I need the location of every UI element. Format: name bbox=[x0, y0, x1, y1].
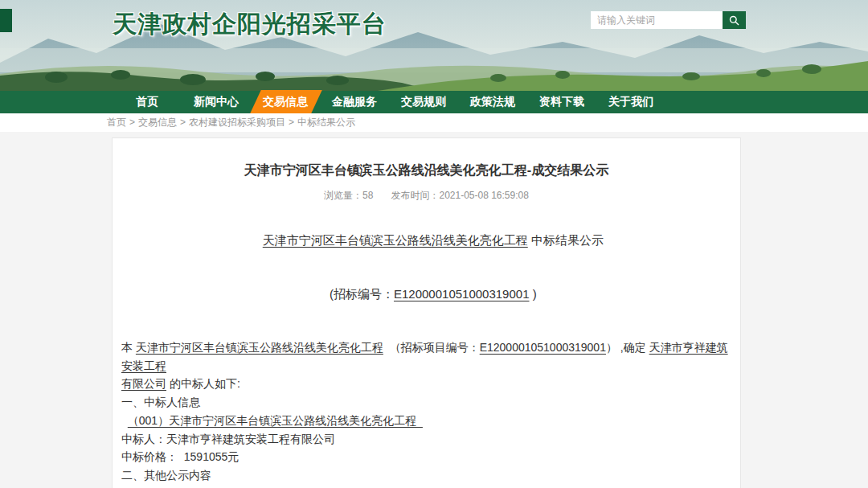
breadcrumb-separator: > bbox=[177, 117, 189, 128]
subtitle-project-name: 天津市宁河区丰台镇滨玉公路线沿线美化亮化工程 bbox=[263, 233, 528, 247]
breadcrumb: 首页>交易信息>农村建设招标采购项目>中标结果公示 bbox=[0, 116, 355, 129]
nav-item-label: 政策法规 bbox=[470, 95, 515, 109]
nav-item-downloads[interactable]: 资料下载 bbox=[527, 91, 596, 113]
breadcrumb-separator: > bbox=[126, 117, 138, 128]
subtitle-rest: 中标结果公示 bbox=[528, 233, 604, 247]
body-line: 二、其他公示内容 bbox=[121, 466, 731, 485]
nav-item-home[interactable]: 首页 bbox=[113, 91, 182, 113]
article-title: 天津市宁河区丰台镇滨玉公路线沿线美化亮化工程-成交结果公示 bbox=[121, 162, 731, 179]
nav-item-label: 新闻中心 bbox=[194, 95, 239, 109]
publish-label: 发布时间： bbox=[391, 190, 439, 201]
nav-item-trade-info[interactable]: 交易信息 bbox=[251, 91, 320, 113]
nav-item-about[interactable]: 关于我们 bbox=[596, 91, 665, 113]
article-card: 天津市宁河区丰台镇滨玉公路线沿线美化亮化工程-成交结果公示 浏览量：58发布时间… bbox=[112, 137, 741, 488]
body-line: 一、中标人信息 bbox=[121, 393, 731, 412]
nav-item-label: 交易信息 bbox=[263, 95, 308, 109]
nav-item-policy[interactable]: 政策法规 bbox=[458, 91, 527, 113]
search-icon bbox=[729, 15, 739, 26]
banner-corner-artifact bbox=[0, 9, 12, 32]
search-bar bbox=[591, 11, 746, 29]
banner: 天津政村企阳光招采平台 bbox=[0, 0, 868, 91]
bid-number-prefix: (招标编号： bbox=[330, 287, 394, 301]
nav-item-finance[interactable]: 金融服务 bbox=[320, 91, 389, 113]
nav-item-label: 首页 bbox=[136, 95, 158, 109]
nav-item-label: 资料下载 bbox=[539, 95, 584, 109]
bid-number-line: (招标编号：E1200001051000319001 ) bbox=[121, 268, 731, 321]
body-line: 中标价格： 1591055元 bbox=[121, 448, 731, 466]
nav-items: 首页新闻中心交易信息金融服务交易规则政策法规资料下载关于我们 bbox=[0, 91, 868, 113]
breadcrumb-item: 中标结果公示 bbox=[297, 117, 355, 128]
bid-number-value: E1200001051000319001 bbox=[394, 287, 530, 301]
search-button[interactable] bbox=[723, 11, 746, 29]
bid-number-suffix: ) bbox=[530, 287, 537, 301]
article-subtitle: 天津市宁河区丰台镇滨玉公路线沿线美化亮化工程 中标结果公示 bbox=[121, 214, 731, 267]
views-label: 浏览量： bbox=[324, 190, 362, 201]
breadcrumb-bar: 首页>交易信息>农村建设招标采购项目>中标结果公示 bbox=[0, 113, 868, 132]
body-line: / bbox=[121, 485, 731, 488]
nav-item-news[interactable]: 新闻中心 bbox=[182, 91, 251, 113]
nav-item-label: 金融服务 bbox=[332, 95, 377, 109]
views-count: 58 bbox=[362, 190, 373, 201]
body-line: 中标人：天津市亨祥建筑安装工程有限公司 bbox=[121, 430, 731, 449]
article-meta: 浏览量：58发布时间：2021-05-08 16:59:08 bbox=[121, 189, 731, 203]
publish-time: 2021-05-08 16:59:08 bbox=[439, 190, 528, 201]
nav-item-label: 交易规则 bbox=[401, 95, 446, 109]
body-line: 本 天津市宁河区丰台镇滨玉公路线沿线美化亮化工程 （招标项目编号：E120000… bbox=[121, 338, 731, 375]
main-nav: 首页新闻中心交易信息金融服务交易规则政策法规资料下载关于我们 bbox=[0, 91, 868, 113]
breadcrumb-item[interactable]: 首页 bbox=[107, 117, 126, 128]
nav-item-label: 关于我们 bbox=[608, 95, 653, 109]
breadcrumb-item[interactable]: 农村建设招标采购项目 bbox=[189, 117, 285, 128]
breadcrumb-item[interactable]: 交易信息 bbox=[138, 117, 177, 128]
search-input[interactable] bbox=[591, 11, 723, 29]
site-title: 天津政村企阳光招采平台 bbox=[113, 8, 387, 41]
nav-item-trade-rules[interactable]: 交易规则 bbox=[389, 91, 458, 113]
body-line: 有限公司 的中标人如下: bbox=[121, 375, 731, 393]
body-line: （001）天津市宁河区丰台镇滨玉公路线沿线美化亮化工程 bbox=[121, 412, 731, 430]
article-body: 本 天津市宁河区丰台镇滨玉公路线沿线美化亮化工程 （招标项目编号：E120000… bbox=[121, 338, 731, 488]
breadcrumb-separator: > bbox=[285, 117, 297, 128]
